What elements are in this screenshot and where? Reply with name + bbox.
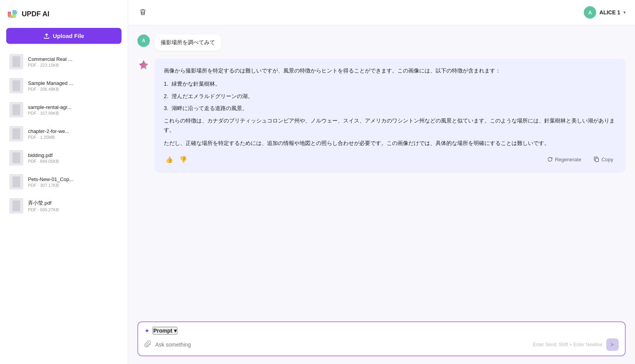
file-name: bidding.pdf	[28, 152, 59, 158]
trash-icon	[139, 8, 147, 16]
upload-button[interactable]: Upload File	[6, 28, 121, 44]
ai-conclusion1: これらの特徴は、カナダのブリティッシュコロンビア州や、ノルウェー、スイス、アメリ…	[164, 116, 616, 135]
logo-text: UPDF AI	[22, 10, 49, 18]
updf-logo-icon	[6, 8, 19, 20]
file-icon	[9, 198, 23, 214]
reaction-buttons: 👍 👎	[164, 154, 189, 165]
chat-input[interactable]	[155, 342, 529, 348]
prompt-dropdown-button[interactable]: Prompt ▾	[153, 327, 177, 335]
chat-area: A 撮影場所を調べてみて 画像か	[128, 25, 635, 321]
file-name: Commercial Real ...	[28, 56, 72, 62]
attach-icon	[144, 340, 151, 347]
logo-area: UPDF AI	[6, 8, 121, 20]
ai-actions: 👍 👎 Regenerate	[164, 154, 616, 165]
file-name: Pets-New-01_Cop...	[28, 176, 73, 182]
file-meta: PDF · 223.15KB	[28, 63, 72, 67]
file-meta: PDF · 206.48KB	[28, 87, 73, 91]
upload-icon	[43, 33, 50, 39]
sparkle-icon: ✦	[144, 327, 149, 335]
ai-point-2: 2.澄んだエメラルドグリーンの湖。	[164, 92, 616, 101]
user-name-label: ALICE 1	[599, 9, 620, 16]
file-name: 斉小莹.pdf	[28, 200, 59, 207]
file-icon	[9, 54, 23, 69]
send-button[interactable]	[606, 338, 619, 351]
user-message: A 撮影場所を調べてみて	[137, 35, 626, 51]
chevron-down-icon: ▾	[623, 10, 626, 15]
input-hint: Enter Send; Shift + Enter Newline	[533, 342, 602, 347]
user-avatar: A	[584, 6, 596, 19]
file-name: Sample Managed ...	[28, 80, 73, 86]
file-meta: PDF · 849.05KB	[28, 159, 59, 164]
file-info: Sample Managed ... PDF · 206.48KB	[28, 80, 73, 91]
copy-button[interactable]: Copy	[591, 155, 616, 164]
file-icon	[9, 78, 23, 93]
ai-points-list: 1.緑豊かな針葉樹林。 2.澄んだエメラルドグリーンの湖。 3.湖畔に沿って走る…	[164, 79, 616, 113]
thumbs-up-button[interactable]: 👍	[164, 154, 175, 165]
file-list: Commercial Real ... PDF · 223.15KB Sampl…	[6, 50, 121, 217]
ai-intro: 画像から撮影場所を特定するのは難しいですが、風景の特徴からヒントを得ることができ…	[164, 66, 616, 76]
sidebar: UPDF AI Upload File Commercial Real ... …	[0, 0, 128, 364]
svg-rect-2	[595, 158, 599, 162]
thumbs-down-button[interactable]: 👎	[178, 154, 189, 165]
file-info: bidding.pdf PDF · 849.05KB	[28, 152, 59, 164]
file-icon	[9, 174, 23, 190]
regenerate-button[interactable]: Regenerate	[544, 155, 585, 164]
file-name: chapter-2-for-we...	[28, 128, 69, 134]
prompt-chevron-icon: ▾	[174, 328, 177, 334]
file-info: sample-rental-agr... PDF · 157.99KB	[28, 104, 71, 116]
file-meta: PDF · 157.99KB	[28, 111, 71, 116]
file-icon	[9, 150, 23, 166]
attach-button[interactable]	[144, 340, 151, 349]
file-item[interactable]: Pets-New-01_Cop... PDF · 307.17KB	[6, 170, 121, 193]
top-bar: A ALICE 1 ▾	[128, 0, 635, 25]
file-item[interactable]: 斉小莹.pdf PDF · 690.27KB	[6, 194, 121, 217]
regenerate-icon	[547, 157, 553, 162]
file-item[interactable]: chapter-2-for-we... PDF · 1.25MB	[6, 122, 121, 145]
file-item[interactable]: bidding.pdf PDF · 849.05KB	[6, 146, 121, 169]
file-item[interactable]: Sample Managed ... PDF · 206.48KB	[6, 74, 121, 97]
file-info: Commercial Real ... PDF · 223.15KB	[28, 56, 72, 67]
prompt-row: ✦ Prompt ▾	[144, 327, 619, 335]
file-meta: PDF · 1.25MB	[28, 135, 69, 140]
copy-icon	[594, 157, 599, 162]
user-avatar-small: A	[137, 35, 150, 47]
input-row: Enter Send; Shift + Enter Newline	[144, 338, 619, 351]
send-icon	[610, 342, 615, 347]
file-info: 斉小莹.pdf PDF · 690.27KB	[28, 200, 59, 212]
file-name: sample-rental-agr...	[28, 104, 71, 110]
user-menu[interactable]: A ALICE 1 ▾	[584, 6, 626, 19]
action-buttons: Regenerate Copy	[544, 155, 616, 164]
clear-chat-button[interactable]	[137, 7, 148, 19]
file-item[interactable]: sample-rental-agr... PDF · 157.99KB	[6, 98, 121, 121]
file-info: Pets-New-01_Cop... PDF · 307.17KB	[28, 176, 73, 188]
file-icon	[9, 126, 23, 141]
file-icon	[9, 102, 23, 117]
ai-point-3: 3.湖畔に沿って走る道路の風景。	[164, 104, 616, 113]
ai-conclusion2: ただし、正確な場所を特定するためには、追加の情報や地図との照らし合わせが必要です…	[164, 139, 616, 148]
ai-point-1: 1.緑豊かな針葉樹林。	[164, 79, 616, 89]
file-item[interactable]: Commercial Real ... PDF · 223.15KB	[6, 50, 121, 73]
file-meta: PDF · 307.17KB	[28, 183, 73, 188]
ai-avatar	[137, 59, 150, 71]
file-meta: PDF · 690.27KB	[28, 207, 59, 212]
user-bubble: 撮影場所を調べてみて	[154, 35, 221, 51]
input-area: ✦ Prompt ▾ Enter Send; Shift + Enter New…	[137, 321, 626, 356]
main-panel: A ALICE 1 ▾ A 撮影場所を調べてみて	[128, 0, 635, 364]
ai-message: 画像から撮影場所を特定するのは難しいですが、風景の特徴からヒントを得ることができ…	[137, 59, 626, 173]
ai-bubble: 画像から撮影場所を特定するのは難しいですが、風景の特徴からヒントを得ることができ…	[154, 59, 626, 173]
file-info: chapter-2-for-we... PDF · 1.25MB	[28, 128, 69, 140]
